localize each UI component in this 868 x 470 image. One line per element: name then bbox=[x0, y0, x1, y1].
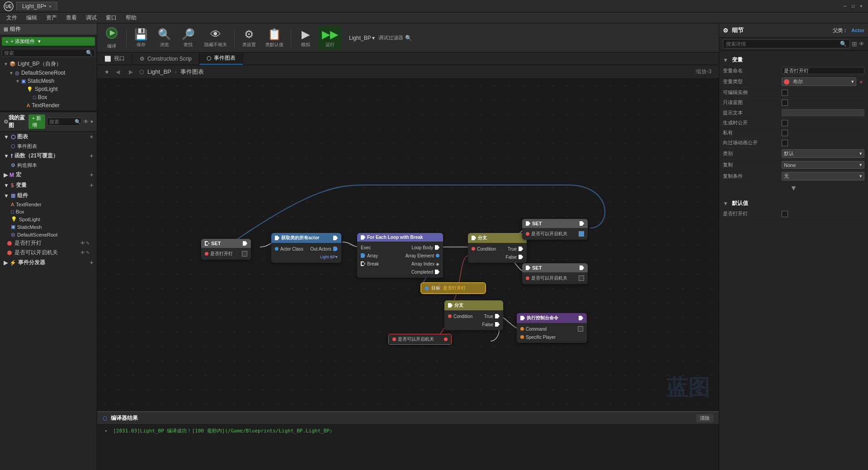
simulate-btn[interactable]: ▶ 模拟 bbox=[295, 26, 316, 50]
cinematic-checkbox[interactable] bbox=[782, 140, 788, 146]
add-var-btn[interactable]: + bbox=[90, 182, 93, 189]
category-dropdown[interactable]: 默认 ▾ bbox=[782, 149, 864, 158]
star-btn[interactable]: ★ bbox=[104, 69, 109, 75]
node-branch1[interactable]: 分支 Condition True bbox=[468, 233, 527, 263]
var3-pin[interactable] bbox=[526, 276, 529, 280]
expose-spawn-value[interactable] bbox=[782, 120, 864, 126]
class-defaults-btn[interactable]: 📋 类默认值 bbox=[262, 26, 287, 50]
exec-in-pin[interactable] bbox=[205, 241, 209, 246]
default-var-checkbox[interactable] bbox=[782, 211, 788, 217]
actorclass-pin[interactable] bbox=[275, 247, 278, 251]
exec-out-pin[interactable] bbox=[579, 316, 583, 320]
exec-in-pin[interactable] bbox=[472, 236, 476, 240]
menu-help[interactable]: 帮助 bbox=[121, 13, 141, 23]
expose-spawn-checkbox[interactable] bbox=[782, 120, 788, 126]
readonly-value[interactable] bbox=[782, 100, 864, 106]
bp-comp-textrender[interactable]: A TextRender bbox=[0, 201, 97, 208]
exec-in-pin[interactable] bbox=[526, 221, 530, 226]
menu-view[interactable]: 查看 bbox=[61, 13, 81, 23]
details-search-input[interactable] bbox=[726, 41, 840, 47]
forward-btn[interactable]: ▶ bbox=[126, 68, 136, 76]
run-btn[interactable]: ▶▶ 运行 bbox=[318, 26, 342, 50]
replicate-cond-dropdown[interactable]: 无 ▾ bbox=[782, 172, 864, 180]
eye-icon[interactable]: 👁 bbox=[859, 41, 864, 47]
condition-pin[interactable] bbox=[472, 247, 475, 251]
node-console[interactable]: 执行控制台命令 Command bbox=[517, 313, 587, 343]
tab-construction[interactable]: ⚙ Construction Scrip bbox=[132, 52, 199, 65]
add-graph-btn[interactable]: + bbox=[90, 134, 93, 140]
private-value[interactable] bbox=[782, 130, 864, 136]
bp-comp-staticmesh[interactable]: ▣ StaticMesh bbox=[0, 223, 97, 231]
eye-icon[interactable]: 👁 bbox=[83, 119, 89, 125]
save-btn[interactable]: 💾 保存 bbox=[130, 26, 152, 50]
variables-section-header[interactable]: ▼ 变量 bbox=[723, 54, 864, 66]
add-component-btn[interactable]: + + 添加组件 ▾ bbox=[2, 37, 95, 46]
replicate-dropdown[interactable]: None ▾ bbox=[782, 161, 864, 169]
exec-in-pin[interactable] bbox=[448, 303, 453, 308]
exec-out-pin[interactable] bbox=[580, 221, 584, 226]
menu-assets[interactable]: 资产 bbox=[42, 13, 61, 23]
command-pin[interactable] bbox=[520, 327, 524, 331]
exec-out-pin[interactable] bbox=[333, 236, 338, 240]
type-clear-btn[interactable]: × bbox=[858, 79, 864, 85]
false2-pin[interactable] bbox=[495, 322, 500, 327]
menu-window[interactable]: 窗口 bbox=[101, 13, 121, 23]
expand-btn[interactable]: ▼ bbox=[790, 184, 797, 192]
arrayelement-pin[interactable] bbox=[436, 254, 439, 257]
cinematic-value[interactable] bbox=[782, 140, 864, 146]
exec-in-pin[interactable] bbox=[526, 266, 530, 270]
node-set3[interactable]: SET 是否可以开启机关 bbox=[522, 263, 588, 284]
tree-item-textrender[interactable]: ▶ A TextRender bbox=[0, 101, 97, 109]
grid-view-icon[interactable]: ⊞ bbox=[852, 40, 857, 47]
completed-pin[interactable] bbox=[435, 270, 439, 274]
tree-item-staticmesh[interactable]: ▼ ▣ StaticMesh bbox=[0, 77, 97, 85]
menu-debug[interactable]: 调试 bbox=[81, 13, 101, 23]
bp-comp-spotlight[interactable]: 💡 SpotLight bbox=[0, 215, 97, 223]
defaults-section-header[interactable]: ▼ 默认值 bbox=[723, 198, 864, 209]
tooltip-input[interactable] bbox=[782, 109, 864, 116]
tab-viewport[interactable]: ⬜ 视口 bbox=[97, 52, 132, 65]
compile-btn[interactable]: 编译 bbox=[101, 25, 123, 51]
tab-close-btn[interactable]: × bbox=[49, 4, 52, 9]
exec-out-pin[interactable] bbox=[580, 266, 584, 270]
hide-btn[interactable]: 👁 隐藏不相关 bbox=[201, 26, 231, 50]
menu-file[interactable]: 文件 bbox=[2, 13, 22, 23]
tree-item-spotlight[interactable]: ▶ 💡 SpotLight bbox=[0, 85, 97, 93]
isturnon-out-pin[interactable] bbox=[392, 337, 396, 341]
var-machine-edit-icon[interactable]: ✎ bbox=[86, 250, 90, 255]
isturnon-in-pin[interactable] bbox=[444, 337, 448, 341]
true2-pin[interactable] bbox=[495, 314, 500, 318]
section-components-bp[interactable]: ▼ ⊞ 组件 bbox=[0, 190, 97, 201]
default-var-value[interactable] bbox=[782, 211, 864, 217]
var-checkbox[interactable] bbox=[242, 251, 247, 256]
menu-edit[interactable]: 编辑 bbox=[22, 13, 42, 23]
false-pin[interactable] bbox=[519, 255, 523, 259]
construction-script-item[interactable]: ⚙ 构造脚本 bbox=[0, 161, 97, 170]
set2-checkbox[interactable] bbox=[579, 231, 584, 237]
node-set1[interactable]: SET 是否打开灯 bbox=[201, 239, 251, 260]
new-btn[interactable]: + 新增 bbox=[28, 114, 45, 129]
var-type-dropdown[interactable]: 布尔 ▾ bbox=[782, 77, 856, 86]
blueprint-search-input[interactable] bbox=[47, 118, 75, 125]
break-pin[interactable] bbox=[361, 261, 365, 266]
section-dispatchers[interactable]: ▶ ⚡ 事件分发器 + bbox=[0, 257, 97, 268]
tree-item-box[interactable]: ▶ □ Box bbox=[0, 93, 97, 101]
class-settings-btn[interactable]: ⚙ 类设置 bbox=[238, 26, 260, 50]
back-btn[interactable]: ◀ bbox=[113, 68, 123, 76]
debug-filter-dropdown[interactable]: Light_BP ▾ bbox=[347, 34, 377, 42]
condition2-pin[interactable] bbox=[448, 314, 452, 318]
readonly-checkbox[interactable] bbox=[782, 100, 788, 106]
target-pin[interactable] bbox=[425, 286, 429, 290]
section-variables[interactable]: ▼ $ 变量 + bbox=[0, 180, 97, 190]
minimize-btn[interactable]: ─ bbox=[842, 3, 848, 9]
var-input-pin[interactable] bbox=[205, 252, 208, 256]
options-icon[interactable]: ▾ bbox=[90, 119, 93, 125]
true-pin[interactable] bbox=[519, 247, 523, 251]
exec-in-pin[interactable] bbox=[361, 235, 365, 240]
outactors-pin[interactable] bbox=[333, 247, 338, 251]
var-vis-icon[interactable]: 👁 bbox=[80, 241, 85, 246]
section-functions[interactable]: ▼ f 函数（21可覆盖） + bbox=[0, 151, 97, 161]
var-machine-vis-icon[interactable]: 👁 bbox=[80, 250, 85, 255]
section-macros[interactable]: ▶ M 宏 + bbox=[0, 170, 97, 180]
node-getactors[interactable]: 获取类的所有actor Actor Class Out Actors bbox=[271, 233, 341, 263]
